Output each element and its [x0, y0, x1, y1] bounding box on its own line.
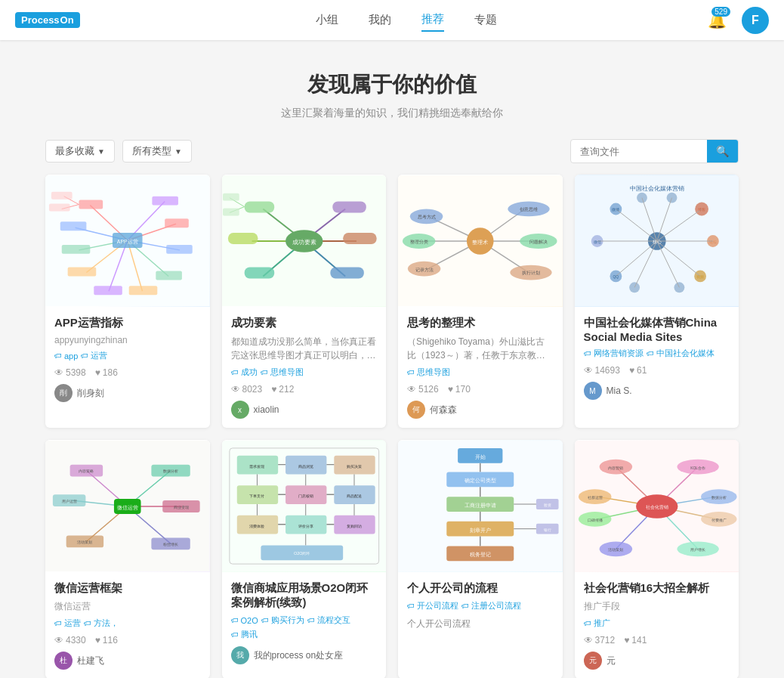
svg-text:核心: 核心 [651, 239, 661, 244]
card-item[interactable]: 开始 确定公司类型 工商注册申请 刻章开户 税务登记 验资 银行 个人开公司的流… [398, 440, 563, 678]
card-author: M Mia S. [584, 382, 730, 400]
svg-rect-13 [79, 200, 103, 209]
like-count: ♥141 [624, 635, 647, 645]
author-avatar: 杜 [54, 652, 73, 670]
card-description: （Shigehiko Toyama）外山滋比古比（1923～）著，任教于东京教育… [407, 335, 554, 362]
sort-label: 最多收藏 [55, 144, 94, 158]
eye-icon: 👁 [407, 384, 416, 395]
hero-section: 发现属于你的价值 这里汇聚着海量的知识，我们精挑细选奉献给你 [0, 40, 784, 139]
svg-text:刻章开户: 刻章开户 [470, 528, 491, 533]
card-body: 微信运营框架 微信运营 🏷运营🏷方法， 👁4330 ♥116 杜 杜建飞 [45, 572, 210, 678]
card-item[interactable]: 成功要素 成功要素 都知道成功没那么简单，当你真正看完这张思维导图才真正可以明白… [222, 175, 387, 428]
view-count: 👁14693 [584, 365, 620, 376]
toolbar-left: 最多收藏 ▼ 所有类型 ▼ [45, 140, 192, 163]
card-item[interactable]: 中国社会化媒体营销 核心 微博 微信 QQ 博客 论坛 视频 中国 [575, 175, 739, 428]
card-thumbnail: 整理术 思考方式 整理分类 记录方法 创意思维 问题解决 执行计划 [398, 175, 563, 307]
type-label: 所有类型 [132, 144, 171, 158]
search-icon: 🔍 [716, 145, 729, 157]
svg-text:口碑传播: 口碑传播 [587, 518, 602, 522]
svg-rect-15 [62, 245, 91, 254]
author-avatar: M [584, 382, 602, 400]
card-item[interactable]: 社会化营销 内容营销 社群运营 口碑传播 活动策划 KOL合作 数据分析 付费推… [575, 440, 739, 678]
card-description: 都知道成功没那么简单，当你真正看完这张思维导图才真正可以明白，成功真没那么简单。… [231, 335, 378, 362]
svg-text:消费体验: 消费体验 [249, 524, 264, 528]
card-tags: 🏷O2O🏷购买行为🏷流程交互🏷腾讯 [231, 615, 378, 640]
tag-icon: 🏷 [584, 349, 591, 358]
view-count: 👁5398 [54, 367, 86, 378]
svg-text:微博: 微博 [612, 207, 619, 212]
card-author: 我 我的process on处女座 [231, 646, 378, 664]
svg-rect-37 [227, 233, 258, 244]
tag-icon: 🏷 [231, 368, 239, 376]
svg-text:执行计划: 执行计划 [522, 271, 540, 275]
svg-text:成功要素: 成功要素 [292, 239, 316, 246]
svg-rect-18 [165, 218, 189, 228]
card-stats: 👁14693 ♥61 [584, 365, 730, 376]
user-avatar[interactable]: F [742, 7, 769, 34]
logo[interactable]: Process On [15, 12, 80, 28]
svg-text:整理术: 整理术 [472, 240, 488, 245]
nav-mine[interactable]: 我的 [369, 9, 391, 31]
svg-text:博客: 博客 [698, 207, 705, 212]
svg-rect-41 [330, 268, 363, 279]
card-body: 微信商城应用场景O2O闭环案例解析(续致) 🏷O2O🏷购买行为🏷流程交互🏷腾讯 … [222, 572, 387, 673]
svg-rect-45 [222, 208, 239, 215]
tag-icon: 🏷 [584, 619, 591, 627]
nav-group[interactable]: 小组 [316, 9, 338, 31]
heart-icon: ♥ [95, 367, 100, 378]
tag-icon: 🏷 [407, 602, 415, 610]
tag-icon: 🏷 [54, 619, 62, 627]
svg-text:工商注册申请: 工商注册申请 [465, 503, 496, 508]
nav-topic[interactable]: 专题 [474, 9, 497, 31]
svg-text:用户增长: 用户增长 [690, 547, 705, 552]
heart-icon: ♥ [95, 635, 100, 645]
tag: 🏷网络营销资源 [584, 348, 644, 359]
svg-text:创意思维: 创意思维 [520, 206, 538, 212]
card-tags: 🏷运营🏷方法， [54, 618, 201, 629]
tag: 🏷腾讯 [231, 629, 258, 640]
svg-text:需求发现: 需求发现 [249, 464, 264, 469]
svg-text:确定公司类型: 确定公司类型 [464, 478, 496, 483]
svg-rect-19 [166, 245, 193, 254]
svg-rect-22 [94, 286, 122, 295]
tag-icon: 🏷 [231, 630, 239, 639]
author-name: 削身刻 [77, 387, 104, 400]
sort-filter[interactable]: 最多收藏 ▼ [45, 140, 115, 163]
card-item[interactable]: APP运营 APP运营指标 appyunyingzhinan 🏷app🏷运营 👁… [45, 175, 210, 428]
heart-icon: ♥ [624, 635, 629, 645]
nav-recommend[interactable]: 推荐 [421, 8, 444, 32]
notification-button[interactable]: 🔔 529 [703, 7, 730, 34]
logo-process-text: Process [21, 14, 60, 26]
svg-text:社会化营销: 社会化营销 [645, 505, 668, 509]
card-stats: 👁8023 ♥212 [231, 384, 378, 395]
card-author: x xiaolin [231, 401, 378, 419]
card-item[interactable]: 需求发现 商品浏览 购买决策 下单支付 门店核销 商品配送 消费体验 评价分享 … [222, 440, 387, 678]
card-item[interactable]: 整理术 思考方式 整理分类 记录方法 创意思维 问题解决 执行计划 思考的整理术… [398, 175, 563, 428]
svg-text:评价分享: 评价分享 [298, 524, 313, 528]
logo-on-text: On [60, 14, 74, 26]
svg-text:付费推广: 付费推广 [710, 518, 726, 522]
svg-rect-21 [129, 286, 158, 295]
tag: 🏷中国社会化媒体 [647, 348, 715, 359]
eye-icon: 👁 [54, 367, 63, 378]
card-tags: 🏷成功🏷思维导图 [231, 367, 378, 378]
card-handle: 推广手段 [584, 600, 730, 613]
author-handle: 个人开公司流程 [407, 618, 471, 630]
svg-text:购买决策: 购买决策 [346, 464, 361, 469]
author-name: xiaolin [254, 404, 279, 415]
search-input[interactable] [571, 141, 707, 162]
svg-text:中国社会化媒体营销: 中国社会化媒体营销 [629, 185, 684, 192]
type-filter[interactable]: 所有类型 ▼ [122, 140, 192, 163]
author-name: 杜建飞 [77, 655, 104, 667]
svg-rect-26 [49, 204, 70, 212]
svg-text:银行: 银行 [543, 528, 551, 532]
eye-icon: 👁 [584, 365, 593, 376]
svg-rect-20 [156, 271, 182, 280]
card-item[interactable]: 微信运营 内容策略 用户运营 活动策划 数据分析 商业变现 粉丝增长 微信运营框… [45, 440, 210, 678]
card-author: 个人开公司流程 [407, 618, 554, 630]
card-author: 杜 杜建飞 [54, 652, 201, 670]
search-button[interactable]: 🔍 [707, 140, 738, 163]
tag-icon: 🏷 [84, 619, 91, 627]
author-name: 何森森 [430, 404, 457, 416]
card-stats: 👁4330 ♥116 [54, 635, 201, 645]
